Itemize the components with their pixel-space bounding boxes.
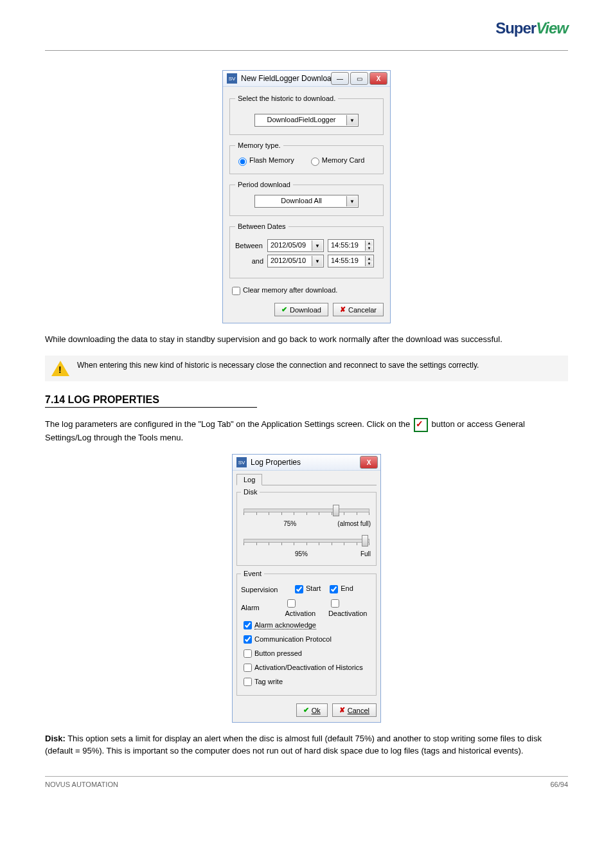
historic-fieldset: Select the historic to download. Downloa…: [229, 95, 384, 135]
chevron-down-icon[interactable]: [312, 256, 323, 266]
slider2-left-label: 95%: [242, 550, 360, 557]
close-button[interactable]: [360, 456, 378, 469]
log-properties-dialog: SV Log Properties Log Disk: [232, 454, 381, 723]
slider-thumb[interactable]: [362, 535, 368, 547]
slider-thumb[interactable]: [333, 505, 339, 516]
slider1-left-label: 75%: [242, 520, 337, 527]
memory-type-fieldset: Memory type. Flash Memory Memory Card: [229, 141, 384, 174]
memory-type-legend: Memory type.: [235, 141, 283, 149]
dialog2-titlebar: SV Log Properties: [233, 455, 380, 471]
period-combo[interactable]: Download All: [254, 195, 359, 208]
body-paragraph-2: The log parameters are configured in the…: [45, 418, 568, 444]
check-icon: ✔: [303, 706, 309, 714]
clear-memory-checkbox[interactable]: Clear memory after download.: [229, 286, 337, 294]
disk-legend: Disk: [241, 488, 260, 496]
disk-fieldset: Disk 75%(almost full): [236, 488, 377, 566]
time-to-spinner[interactable]: 14:55:19 ▲▼: [328, 255, 374, 267]
supervision-label: Supervision: [241, 586, 286, 593]
clear-memory-input[interactable]: [232, 287, 240, 295]
tag-write-checkbox[interactable]: Tag write: [241, 678, 283, 685]
between-dates-fieldset: Between Dates Between 2012/05/09 14:55:1…: [229, 222, 384, 278]
brand-logo: SuperView: [45, 19, 568, 37]
spin-down-icon[interactable]: ▼: [365, 261, 373, 266]
ok-button[interactable]: ✔Ok: [296, 703, 328, 717]
act-deact-hist-checkbox[interactable]: Activation/Deactivation of Historics: [241, 664, 363, 671]
header-divider: [45, 50, 568, 51]
log-settings-icon: [414, 418, 428, 432]
maximize-button[interactable]: [350, 72, 368, 85]
spin-up-icon[interactable]: ▲: [365, 256, 373, 261]
event-legend: Event: [241, 570, 264, 577]
minimize-button[interactable]: [331, 72, 349, 85]
slider-full[interactable]: [241, 532, 372, 549]
alarm-ack-checkbox[interactable]: Alarm acknowledge: [241, 621, 316, 629]
download-button[interactable]: ✔Download: [274, 303, 328, 316]
event-fieldset: Event Supervision Start End Alarm Activa…: [236, 570, 377, 696]
section-underline: [45, 407, 257, 408]
logo-text-2: View: [536, 19, 568, 37]
body-paragraph-3: Disk: This option sets a limit for displ…: [45, 733, 568, 756]
chevron-down-icon[interactable]: [312, 240, 323, 251]
check-icon: ✔: [281, 305, 287, 314]
page-footer: NOVUS AUTOMATION 66/94: [45, 776, 568, 788]
radio-flash[interactable]: Flash Memory: [235, 156, 294, 164]
tab-strip: Log: [236, 473, 377, 485]
disk-bold: Disk:: [45, 734, 66, 743]
x-icon: ✘: [339, 706, 345, 714]
slider2-right-label: Full: [360, 550, 371, 557]
warning-note: When entering this new kind of historic …: [45, 356, 568, 381]
app-icon: SV: [227, 73, 237, 84]
body-paragraph-1: While downloading the data to stay in st…: [45, 334, 568, 345]
dialog-titlebar: SV New FieldLogger Download: [223, 71, 390, 87]
close-button[interactable]: [369, 72, 387, 85]
period-fieldset: Period download Download All: [229, 181, 384, 216]
cancel-button[interactable]: ✘Cancel: [332, 703, 377, 717]
historic-combo-text: DownloadFieldLogger: [264, 114, 348, 125]
app-icon: SV: [236, 457, 247, 467]
spin-down-icon[interactable]: ▼: [365, 246, 373, 251]
between-dates-legend: Between Dates: [235, 222, 289, 230]
dialog-title: New FieldLogger Download: [241, 74, 335, 83]
period-combo-text: Download All: [278, 195, 335, 206]
warning-icon: [51, 361, 69, 376]
footer-right: 66/94: [550, 781, 568, 788]
between-label: Between: [235, 242, 263, 249]
time-to-text: 14:55:19: [328, 255, 368, 266]
historic-combo[interactable]: DownloadFieldLogger: [254, 114, 359, 127]
historic-legend: Select the historic to download.: [235, 95, 338, 102]
tab-log[interactable]: Log: [236, 474, 262, 485]
radio-card[interactable]: Memory Card: [308, 156, 365, 164]
activation-checkbox[interactable]: Activation: [285, 597, 321, 617]
time-from-spinner[interactable]: 14:55:19 ▲▼: [328, 239, 374, 252]
logo-text-1: Super: [495, 19, 536, 37]
x-icon: ✘: [340, 305, 346, 314]
radio-card-input[interactable]: [311, 158, 319, 166]
comm-proto-checkbox[interactable]: Communication Protocol: [241, 635, 332, 643]
new-download-dialog: SV New FieldLogger Download Select the h…: [222, 70, 391, 323]
start-checkbox[interactable]: Start: [292, 583, 321, 595]
chevron-down-icon[interactable]: [346, 115, 357, 125]
date-from-combo[interactable]: 2012/05/09: [267, 239, 324, 252]
time-from-text: 14:55:19: [328, 240, 368, 250]
deactivation-checkbox[interactable]: Deactivation: [328, 597, 372, 617]
slider1-right-label: (almost full): [337, 520, 371, 527]
end-checkbox[interactable]: End: [327, 583, 353, 595]
dialog2-title: Log Properties: [251, 458, 301, 467]
slider-almost-full[interactable]: [241, 502, 372, 519]
warning-text: When entering this new kind of historic …: [77, 361, 479, 370]
section-heading: 7.14 LOG PROPERTIES: [45, 394, 568, 406]
and-label: and: [235, 257, 263, 265]
period-legend: Period download: [235, 181, 293, 188]
alarm-label: Alarm: [241, 604, 278, 611]
chevron-down-icon[interactable]: [346, 196, 357, 206]
date-to-combo[interactable]: 2012/05/10: [267, 255, 324, 267]
footer-left: NOVUS AUTOMATION: [45, 781, 118, 788]
cancel-button[interactable]: ✘Cancelar: [333, 303, 384, 316]
spin-up-icon[interactable]: ▲: [365, 240, 373, 246]
radio-flash-input[interactable]: [238, 158, 247, 166]
button-pressed-checkbox[interactable]: Button pressed: [241, 649, 302, 657]
